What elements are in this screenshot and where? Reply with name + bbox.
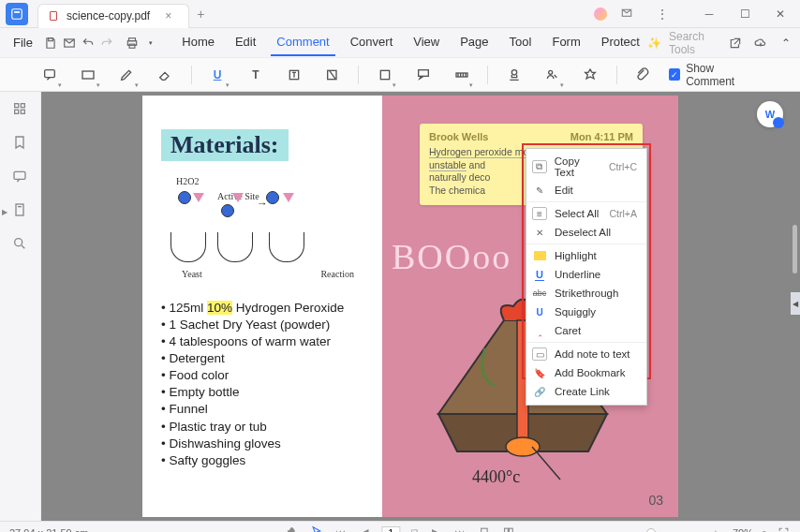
thumbnails-icon[interactable] bbox=[12, 101, 29, 118]
ctx-deselect-all[interactable]: ✕Deselect All bbox=[526, 223, 646, 242]
callout-tool[interactable] bbox=[410, 62, 436, 88]
search-tools-input[interactable]: Search Tools bbox=[669, 30, 719, 56]
next-page-icon[interactable]: ▶ bbox=[428, 525, 443, 533]
menu-tab-page[interactable]: Page bbox=[454, 29, 494, 56]
comments-panel-icon[interactable] bbox=[12, 169, 29, 185]
ctx-strikethrough[interactable]: abcStrikethrough bbox=[526, 284, 646, 303]
prev-page-icon[interactable]: ◀ bbox=[357, 525, 372, 533]
menu-tab-form[interactable]: Form bbox=[546, 29, 585, 56]
list-item: Funnel bbox=[161, 401, 363, 418]
mail-icon[interactable] bbox=[61, 32, 78, 54]
hand-tool-icon[interactable] bbox=[284, 525, 299, 533]
reaction-diagram: H2O2 Active Site Yeast Reaction → bbox=[161, 176, 363, 279]
notifications-icon[interactable] bbox=[611, 1, 643, 27]
document-tab[interactable]: science-copy.pdf × bbox=[37, 4, 189, 28]
account-icon[interactable] bbox=[594, 7, 607, 21]
file-menu[interactable]: File bbox=[6, 36, 40, 50]
menu-tab-edit[interactable]: Edit bbox=[230, 29, 261, 56]
ctx-select-all[interactable]: ≡Select AllCtrl+A bbox=[526, 204, 646, 223]
zoom-out-icon[interactable]: − bbox=[600, 525, 615, 533]
document-viewport[interactable]: Materials: H2O2 Active Site Yeast Reacti… bbox=[41, 92, 800, 521]
ctx-create-link[interactable]: 🔗Create Link bbox=[526, 382, 646, 401]
text-tool[interactable]: T bbox=[244, 62, 269, 88]
underline-tool[interactable]: U bbox=[205, 62, 230, 88]
share-icon[interactable] bbox=[727, 32, 745, 54]
close-tab-icon[interactable]: × bbox=[165, 9, 171, 22]
maximize-button[interactable]: ☐ bbox=[729, 1, 761, 27]
list-item: 125ml 10% Hydrogen Peroxide bbox=[161, 300, 363, 317]
text-context-menu: ⧉Copy TextCtrl+C✎Edit≡Select AllCtrl+A✕D… bbox=[526, 148, 647, 406]
textbox-tool[interactable] bbox=[76, 62, 101, 88]
note-tool[interactable] bbox=[37, 62, 63, 88]
svg-rect-0 bbox=[12, 8, 22, 19]
last-page-icon[interactable]: ⏭ bbox=[452, 525, 467, 533]
word-export-badge[interactable]: W bbox=[757, 101, 783, 127]
fit-page-icon[interactable] bbox=[501, 525, 516, 533]
ctx-highlight[interactable]: Highlight bbox=[526, 246, 646, 265]
menu-tab-view[interactable]: View bbox=[407, 29, 445, 56]
ctx-squiggly[interactable]: USquiggly bbox=[526, 303, 646, 321]
zoom-in-icon[interactable]: + bbox=[708, 525, 723, 533]
stamp2-tool[interactable] bbox=[578, 62, 603, 88]
svg-rect-29 bbox=[509, 528, 512, 532]
main-area: ▶ Materials: H2O2 Active Site Yeast Reac… bbox=[0, 92, 800, 521]
select-tool-icon[interactable] bbox=[308, 525, 323, 533]
eraser-tool[interactable] bbox=[153, 62, 178, 88]
ctx-copy-text[interactable]: ⧉Copy TextCtrl+C bbox=[526, 153, 646, 181]
redo-icon[interactable] bbox=[98, 32, 115, 54]
fit-width-icon[interactable] bbox=[477, 525, 492, 533]
statusbar: 27.94 x 21.59 cm ⏮ ◀ /3 ▶ ⏭ − + 70% ▾ bbox=[0, 521, 800, 532]
svg-rect-28 bbox=[504, 528, 508, 532]
undo-icon[interactable] bbox=[80, 32, 96, 54]
svg-rect-9 bbox=[45, 69, 55, 77]
materials-list: 125ml 10% Hydrogen Peroxide1 Sachet Dry … bbox=[161, 300, 363, 469]
comment-toolbar: U T ✓ Show Comment bbox=[0, 58, 800, 92]
fullscreen-icon[interactable] bbox=[776, 525, 791, 533]
svg-point-17 bbox=[549, 70, 553, 74]
minimize-button[interactable]: ─ bbox=[693, 1, 725, 27]
signature-tool[interactable] bbox=[540, 62, 565, 88]
svg-rect-10 bbox=[82, 71, 94, 79]
left-collapse-handle[interactable]: ▶ bbox=[0, 200, 9, 223]
menu-tab-home[interactable]: Home bbox=[176, 29, 220, 56]
page-number-input[interactable] bbox=[381, 526, 400, 533]
right-collapse-handle[interactable]: ◀ bbox=[791, 292, 800, 315]
page-dimensions: 27.94 x 21.59 cm bbox=[9, 527, 88, 533]
svg-rect-21 bbox=[21, 110, 24, 113]
text-insert-tool[interactable] bbox=[282, 62, 307, 88]
print-icon[interactable] bbox=[124, 32, 141, 54]
more-icon[interactable]: ⋮ bbox=[646, 1, 678, 27]
pencil-tool[interactable] bbox=[114, 62, 140, 88]
measure-tool[interactable] bbox=[449, 62, 474, 88]
cloud-icon[interactable] bbox=[752, 32, 770, 54]
shape-tool[interactable] bbox=[372, 62, 397, 88]
list-item: 4 tablespoons of warm water bbox=[161, 333, 363, 350]
show-comment-toggle[interactable]: ✓ Show Comment bbox=[669, 62, 763, 88]
stamp-tool[interactable] bbox=[501, 62, 526, 88]
menu-tab-tool[interactable]: Tool bbox=[504, 29, 538, 56]
first-page-icon[interactable]: ⏮ bbox=[333, 525, 348, 533]
attachments-panel-icon[interactable] bbox=[12, 202, 29, 219]
collapse-ribbon-icon[interactable]: ⌃ bbox=[777, 32, 794, 54]
text-replace-tool[interactable] bbox=[319, 62, 345, 88]
bookmarks-icon[interactable] bbox=[12, 135, 29, 152]
ctx-underline[interactable]: UUnderline bbox=[526, 265, 646, 284]
list-item: Dishwashing gloves bbox=[161, 436, 363, 452]
ctx-edit[interactable]: ✎Edit bbox=[526, 181, 646, 200]
ctx-add-note-to-text[interactable]: ▭Add note to text bbox=[526, 345, 646, 363]
search-panel-icon[interactable] bbox=[12, 236, 29, 253]
close-window-button[interactable]: ✕ bbox=[764, 1, 796, 27]
save-icon[interactable] bbox=[42, 32, 59, 54]
vertical-scrollbar[interactable] bbox=[793, 225, 797, 273]
menu-tab-protect[interactable]: Protect bbox=[596, 29, 645, 56]
list-item: Empty bottle bbox=[161, 384, 363, 401]
menu-tab-comment[interactable]: Comment bbox=[271, 29, 334, 56]
ctx-add-bookmark[interactable]: 🔖Add Bookmark bbox=[526, 363, 646, 382]
attach-tool[interactable] bbox=[630, 62, 656, 88]
menu-tab-convert[interactable]: Convert bbox=[345, 29, 399, 56]
print-dd-icon[interactable]: ▾ bbox=[142, 32, 159, 54]
svg-rect-27 bbox=[481, 528, 487, 532]
new-tab-button[interactable]: + bbox=[197, 7, 204, 22]
ctx-caret[interactable]: ‸Caret bbox=[526, 321, 646, 340]
materials-heading: Materials: bbox=[161, 129, 289, 161]
